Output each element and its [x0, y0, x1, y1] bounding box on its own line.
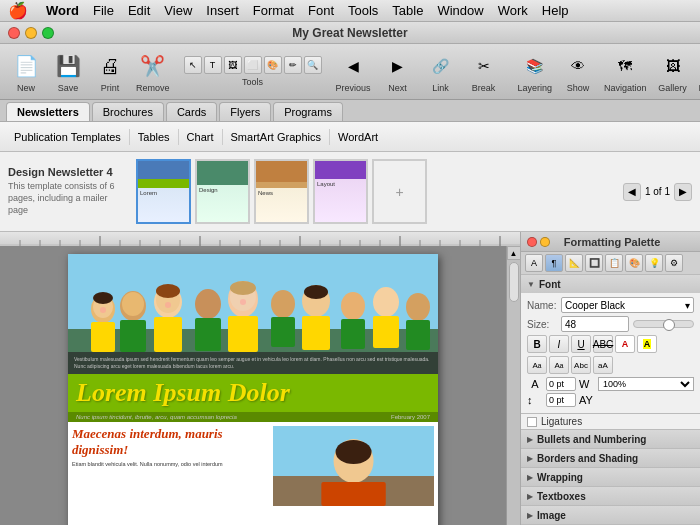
- template-thumb-2[interactable]: Design: [195, 159, 250, 224]
- bold-button[interactable]: B: [527, 335, 547, 353]
- menu-font[interactable]: Font: [308, 3, 334, 18]
- menu-table[interactable]: Table: [392, 3, 423, 18]
- template-thumb-3[interactable]: News: [254, 159, 309, 224]
- small-caps-button[interactable]: Abc: [571, 356, 591, 374]
- highlight-color-button[interactable]: A: [637, 335, 657, 353]
- menu-format[interactable]: Format: [253, 3, 294, 18]
- break-icon: ✂: [468, 50, 500, 82]
- svg-rect-33: [120, 320, 146, 352]
- template-thumb-4[interactable]: Layout: [313, 159, 368, 224]
- palette-tool-4[interactable]: 🔲: [585, 254, 603, 272]
- svg-rect-52: [406, 320, 430, 350]
- textboxes-title: Textboxes: [537, 491, 586, 502]
- toolbar-shape-icon[interactable]: ⬜: [244, 56, 262, 74]
- menu-view[interactable]: View: [164, 3, 192, 18]
- template-thumb-1[interactable]: Lorem: [136, 159, 191, 224]
- vertical-scrollbar[interactable]: ▲ ▼: [506, 246, 520, 525]
- menu-window[interactable]: Window: [437, 3, 483, 18]
- font-section-header[interactable]: ▼ Font: [521, 275, 700, 293]
- menu-word[interactable]: Word: [46, 3, 79, 18]
- toolbar-new[interactable]: 📄 New: [6, 50, 46, 93]
- char-spacing-icon: A: [527, 378, 543, 390]
- toolbar-text-icon[interactable]: T: [204, 56, 222, 74]
- toolbar-cursor-icon[interactable]: ↖: [184, 56, 202, 74]
- minimize-button[interactable]: [25, 27, 37, 39]
- close-button[interactable]: [8, 27, 20, 39]
- subscript-button[interactable]: Aa: [527, 356, 547, 374]
- toolbar-next[interactable]: ▶ Next: [378, 50, 418, 93]
- borders-shading-header[interactable]: ▶ Borders and Shading: [521, 449, 700, 467]
- toolbar-layering[interactable]: 📚 Layering: [514, 50, 557, 93]
- word-spacing-select[interactable]: 100%: [598, 377, 694, 391]
- ligatures-row: Ligatures: [521, 414, 700, 430]
- newsletter-col-right: [273, 426, 434, 506]
- toolbar-paint-icon[interactable]: 🎨: [264, 56, 282, 74]
- link-icon: 🔗: [425, 50, 457, 82]
- toolbar-pencil-icon[interactable]: ✏: [284, 56, 302, 74]
- tab-brochures[interactable]: Brochures: [92, 102, 164, 121]
- char-spacing-input[interactable]: 0 pt: [546, 377, 576, 391]
- italic-button[interactable]: I: [549, 335, 569, 353]
- nav-next-arrow[interactable]: ▶: [674, 183, 692, 201]
- menu-file[interactable]: File: [93, 3, 114, 18]
- toolbar-navigation[interactable]: 🗺 Navigation: [600, 50, 651, 93]
- palette-tool-8[interactable]: ⚙: [665, 254, 683, 272]
- apple-menu[interactable]: 🍎: [8, 1, 28, 20]
- menu-tools[interactable]: Tools: [348, 3, 378, 18]
- menu-work[interactable]: Work: [498, 3, 528, 18]
- palette-tool-1[interactable]: A: [525, 254, 543, 272]
- wrapping-header[interactable]: ▶ Wrapping: [521, 468, 700, 486]
- font-size-input[interactable]: 48: [561, 316, 629, 332]
- toolbar-break[interactable]: ✂ Break: [464, 50, 504, 93]
- strikethrough-button[interactable]: ABC: [593, 335, 613, 353]
- nav-prev-arrow[interactable]: ◀: [623, 183, 641, 201]
- all-caps-button[interactable]: aA: [593, 356, 613, 374]
- textboxes-header[interactable]: ▶ Textboxes: [521, 487, 700, 505]
- scroll-track[interactable]: [507, 260, 520, 525]
- tab-newsletters[interactable]: Newsletters: [6, 102, 90, 121]
- toolbar-image-icon[interactable]: 🖼: [224, 56, 242, 74]
- toolbar-link[interactable]: 🔗 Link: [421, 50, 461, 93]
- document-scroll-area[interactable]: Vestibulum malesuada ipsum sed hendrerit…: [0, 246, 506, 525]
- scroll-up-arrow[interactable]: ▲: [507, 246, 521, 260]
- toolbar-inspector[interactable]: ℹ Inspector: [695, 50, 700, 93]
- tab-flyers[interactable]: Flyers: [219, 102, 271, 121]
- line-spacing-input[interactable]: 0 pt: [546, 393, 576, 407]
- toolbar-print[interactable]: 🖨 Print: [90, 50, 130, 93]
- palette-close-button[interactable]: [527, 237, 537, 247]
- menu-insert[interactable]: Insert: [206, 3, 239, 18]
- toolbar-zoom-tool-icon[interactable]: 🔍: [304, 56, 322, 74]
- ligatures-checkbox[interactable]: [527, 417, 537, 427]
- maximize-button[interactable]: [42, 27, 54, 39]
- toolbar-gallery[interactable]: 🖼 Gallery: [653, 50, 693, 93]
- menu-edit[interactable]: Edit: [128, 3, 150, 18]
- palette-tool-3[interactable]: 📐: [565, 254, 583, 272]
- newsletter-header-image: Vestibulum malesuada ipsum sed hendrerit…: [68, 254, 438, 374]
- toolbar-remove[interactable]: ✂️ Remove: [132, 50, 174, 93]
- menu-help[interactable]: Help: [542, 3, 569, 18]
- palette-tool-2[interactable]: ¶: [545, 254, 563, 272]
- font-color-button[interactable]: A: [615, 335, 635, 353]
- tab-programs[interactable]: Programs: [273, 102, 343, 121]
- font-size-slider-thumb[interactable]: [663, 319, 675, 331]
- palette-tool-7[interactable]: 💡: [645, 254, 663, 272]
- layering-icon: 📚: [519, 50, 551, 82]
- superscript-button[interactable]: Aa: [549, 356, 569, 374]
- tab-cards[interactable]: Cards: [166, 102, 217, 121]
- underline-button[interactable]: U: [571, 335, 591, 353]
- font-size-slider[interactable]: [633, 320, 695, 328]
- toolbar-save[interactable]: 💾 Save: [48, 50, 88, 93]
- template-thumb-5[interactable]: +: [372, 159, 427, 224]
- doc-area: Vestibulum malesuada ipsum sed hendrerit…: [0, 232, 520, 525]
- palette-tool-5[interactable]: 📋: [605, 254, 623, 272]
- palette-minimize-button[interactable]: [540, 237, 550, 247]
- toolbar-previous[interactable]: ◀ Previous: [332, 50, 375, 93]
- svg-point-53: [93, 292, 113, 304]
- palette-tool-6[interactable]: 🎨: [625, 254, 643, 272]
- scroll-thumb[interactable]: [509, 262, 519, 302]
- bullets-numbering-header[interactable]: ▶ Bullets and Numbering: [521, 430, 700, 448]
- toolbar-show[interactable]: 👁 Show: [558, 50, 598, 93]
- svg-rect-50: [373, 316, 399, 348]
- font-name-input[interactable]: Cooper Black ▾: [561, 297, 694, 313]
- image-header[interactable]: ▶ Image: [521, 506, 700, 524]
